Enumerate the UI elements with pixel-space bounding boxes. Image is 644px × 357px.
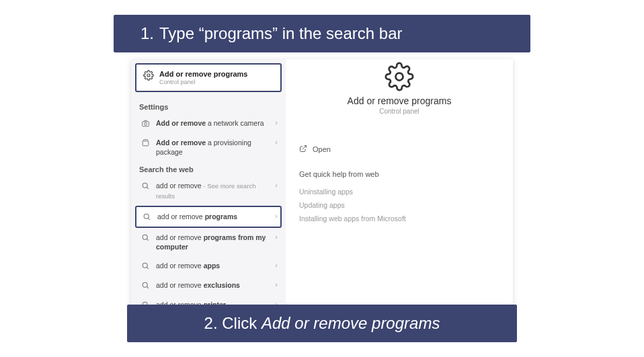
best-match-title: Add or remove programs: [159, 70, 247, 78]
svg-point-10: [143, 263, 147, 268]
svg-point-18: [396, 73, 403, 81]
open-action[interactable]: Open: [299, 141, 499, 158]
help-link-0[interactable]: Uninstalling apps: [299, 185, 499, 198]
svg-point-12: [143, 282, 147, 287]
svg-point-6: [144, 214, 149, 219]
svg-rect-1: [143, 122, 149, 126]
web-result-label: add or remove programs from my computer: [156, 233, 270, 251]
camera-icon: [140, 118, 151, 128]
web-result-4[interactable]: add or remove exclusions›: [131, 276, 286, 295]
svg-point-0: [147, 74, 150, 77]
web-result-1[interactable]: add or remove programs›: [135, 206, 282, 228]
web-result-label: add or remove apps: [156, 261, 270, 270]
web-result-2[interactable]: add or remove programs from my computer›: [131, 228, 286, 256]
search-icon: [140, 181, 151, 191]
detail-subtitle: Control panel: [299, 108, 499, 115]
svg-line-11: [147, 268, 149, 270]
svg-line-13: [147, 287, 149, 289]
instruction-banner-1: 1.Type “programs” in the search bar: [114, 15, 530, 52]
web-header: Search the web: [131, 161, 286, 176]
svg-point-4: [143, 184, 147, 188]
detail-title: Add or remove programs: [299, 95, 499, 106]
detail-pane: Add or remove programs Control panel Ope…: [286, 59, 513, 312]
help-link-2[interactable]: Installing web apps from Microsoft: [299, 212, 499, 225]
package-icon: [140, 138, 151, 148]
settings-header: Settings: [131, 99, 286, 114]
svg-line-5: [147, 188, 149, 190]
web-result-label: add or remove - See more search results: [156, 181, 270, 201]
chevron-right-icon: ›: [275, 280, 278, 288]
svg-rect-3: [143, 141, 149, 146]
svg-line-19: [303, 146, 307, 150]
search-icon: [142, 212, 152, 222]
svg-line-7: [148, 218, 150, 220]
gear-icon-large: [385, 62, 414, 91]
web-result-label: add or remove exclusions: [156, 280, 270, 290]
results-pane: Add or remove programs Control panel Set…: [131, 59, 286, 312]
svg-line-9: [147, 239, 149, 241]
instruction-banner-2: 2. Click Add or remove programs: [127, 305, 517, 342]
web-result-3[interactable]: add or remove apps›: [131, 256, 286, 276]
open-icon: [299, 145, 307, 154]
web-result-0[interactable]: add or remove - See more search results›: [131, 176, 286, 206]
search-window: Add or remove programs Control panel Set…: [131, 59, 513, 312]
settings-result-package[interactable]: Add or remove a provisioning package ›: [131, 133, 286, 161]
gear-icon: [143, 70, 154, 83]
search-icon: [140, 261, 151, 271]
chevron-right-icon: ›: [275, 212, 278, 220]
svg-point-2: [145, 122, 147, 125]
search-icon: [140, 280, 151, 290]
help-link-1[interactable]: Updating apps: [299, 198, 499, 212]
web-result-label: add or remove programs: [157, 212, 270, 221]
svg-point-8: [143, 235, 147, 239]
settings-result-camera[interactable]: Add or remove a network camera ›: [131, 114, 286, 133]
help-header: Get quick help from web: [299, 170, 499, 178]
chevron-right-icon: ›: [275, 261, 278, 269]
chevron-right-icon: ›: [275, 181, 278, 189]
best-match-subtitle: Control panel: [159, 79, 247, 85]
chevron-right-icon: ›: [275, 138, 278, 146]
chevron-right-icon: ›: [275, 118, 278, 126]
search-icon: [140, 233, 151, 243]
best-match-item[interactable]: Add or remove programs Control panel: [135, 63, 282, 92]
chevron-right-icon: ›: [275, 233, 278, 241]
